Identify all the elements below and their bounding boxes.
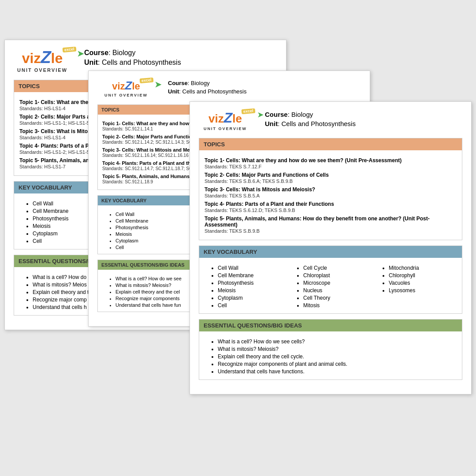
vocab-item: Lysosomes: [389, 287, 457, 294]
vocab-item: Cell: [218, 302, 286, 309]
eq-section-3: ESSENTIAL QUESTIONS/BIG IDEAS What is a …: [199, 319, 462, 380]
course-line-1: Course: Biology: [84, 49, 181, 57]
eq-list-3: What is a cell? How do we see cells? Wha…: [205, 338, 457, 375]
vocab-item: Mitochondria: [389, 265, 457, 271]
vocab-cols-3: Cell Wall Cell Membrane Photosynthesis M…: [205, 265, 457, 310]
vocab-list-3b: Cell Cycle Chloroplast Microscope Nucleu…: [290, 265, 371, 310]
eq-item: What is a cell? How do we see cells?: [218, 338, 457, 345]
unit-line-3: Unit: Cells and Photosynthesis: [265, 120, 356, 127]
course-info-1: Course: Biology Unit: Cells and Photosyn…: [84, 49, 181, 67]
vocab-item: Meiosis: [218, 287, 286, 294]
vocab-content-3: Cell Wall Cell Membrane Photosynthesis M…: [199, 261, 462, 313]
eq-header-3: ESSENTIAL QUESTIONS/BIG IDEAS: [199, 320, 462, 331]
topics-content-3: Topic 1- Cells: What are they and how do…: [199, 154, 462, 240]
topics-section-3: TOPICS Topic 1- Cells: What are they and…: [199, 138, 462, 240]
vocab-item: Microscope: [303, 280, 371, 286]
excel-badge-3: excel: [242, 108, 255, 115]
eq-item: What is mitosis? Meiosis?: [218, 346, 457, 352]
vocab-col-1: Cell Wall Cell Membrane Photosynthesis M…: [205, 265, 286, 310]
topic-3-1: Topic 1- Cells: What are they and how do…: [205, 157, 457, 169]
unit-line-1: Unit: Cells and Photosynthesis: [84, 59, 181, 67]
vocab-item: Chloroplast: [303, 272, 371, 279]
card1-header: vizZle excel ➤ UNIT OVERVIEW Course: Bio…: [14, 49, 277, 73]
excel-badge-1: excel: [62, 47, 76, 53]
arrow-icon-1: ➤: [77, 50, 84, 58]
vocab-header-3: KEY VOCABULARY: [199, 246, 462, 258]
vocab-item: Nucleus: [303, 287, 371, 294]
logo-3: vizZle excel ➤: [208, 111, 242, 125]
course-line-2: Course: Biology: [168, 80, 246, 86]
excel-badge-2: excel: [140, 78, 153, 84]
vocab-item: Cell Cycle: [303, 265, 371, 271]
eq-item: Recognize major components of plant and …: [218, 361, 457, 367]
vocab-item: Chlorophyll: [389, 272, 457, 279]
unit-line-2: Unit: Cells and Photosynthesis: [168, 88, 246, 95]
page-card-3: vizZle excel ➤ UNIT OVERVIEW Course: Bio…: [190, 101, 472, 394]
topic-3-4: Topic 4- Plants: Parts of a Plant and th…: [205, 201, 457, 213]
logo-1: vizZle excel ➤: [22, 49, 63, 66]
logo-area-3: vizZle excel ➤ UNIT OVERVIEW: [199, 111, 252, 131]
topic-3-3: Topic 3- Cells: What is Mitosis and Meio…: [205, 186, 457, 198]
topic-3-2: Topic 2- Cells: Major Parts and Function…: [205, 172, 457, 184]
unit-overview-label-1: UNIT OVERVIEW: [17, 67, 67, 73]
topics-header-3: TOPICS: [199, 138, 462, 150]
arrow-icon-3: ➤: [257, 112, 263, 119]
vocab-col-2: Cell Cycle Chloroplast Microscope Nucleu…: [290, 265, 371, 310]
eq-item: Understand that cells have functions.: [218, 368, 457, 375]
course-line-3: Course: Biology: [265, 111, 356, 118]
topic-3-5: Topic 5- Plants, Animals, and Humans: Ho…: [205, 216, 457, 234]
course-info-3: Course: Biology Unit: Cells and Photosyn…: [265, 111, 356, 127]
card2-header: vizZle excel ➤ UNIT OVERVIEW Course: Bio…: [97, 80, 361, 97]
eq-item: Explain cell theory and the cell cycle.: [218, 353, 457, 360]
vocab-item: Cell Theory: [303, 295, 371, 301]
vocab-list-3c: Mitochondria Chlorophyll Vacuoles Lysoso…: [376, 265, 457, 295]
logo-2: vizZle excel ➤: [112, 80, 140, 91]
vocab-item: Cytoplasm: [218, 295, 286, 301]
logo-area-1: vizZle excel ➤ UNIT OVERVIEW: [14, 49, 71, 73]
vocab-list-3a: Cell Wall Cell Membrane Photosynthesis M…: [205, 265, 286, 310]
card3-header: vizZle excel ➤ UNIT OVERVIEW Course: Bio…: [199, 111, 462, 131]
vocab-col-3: Mitochondria Chlorophyll Vacuoles Lysoso…: [376, 265, 457, 310]
unit-overview-label-2: UNIT OVERVIEW: [104, 93, 148, 97]
logo-area-2: vizZle excel ➤ UNIT OVERVIEW: [97, 80, 155, 97]
arrow-icon-2: ➤: [155, 81, 161, 89]
vocab-section-3: KEY VOCABULARY Cell Wall Cell Membrane P…: [199, 245, 462, 314]
vocab-item: Cell Wall: [218, 265, 286, 271]
unit-overview-label-3: UNIT OVERVIEW: [204, 126, 247, 131]
vocab-item: Cell Membrane: [218, 272, 286, 279]
course-info-2: Course: Biology Unit: Cells and Photosyn…: [168, 80, 246, 95]
vocab-item: Vacuoles: [389, 280, 457, 286]
eq-content-3: What is a cell? How do we see cells? Wha…: [199, 335, 462, 379]
vocab-item: Photosynthesis: [218, 280, 286, 286]
vocab-item: Mitosis: [303, 302, 371, 309]
